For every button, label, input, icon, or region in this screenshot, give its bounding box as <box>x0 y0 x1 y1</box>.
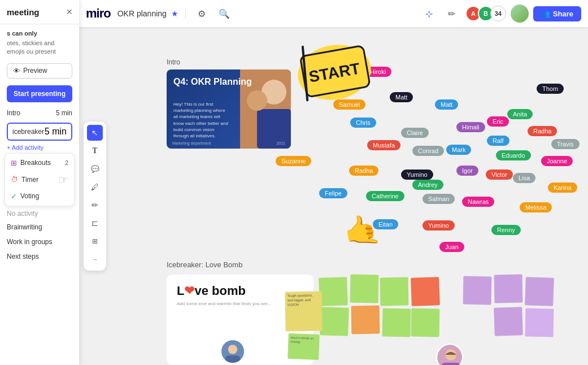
sticky-purple-4 <box>525 308 554 337</box>
search-button[interactable]: 🔍 <box>215 5 233 23</box>
sticky-green-2 <box>350 275 379 303</box>
intro-year: 2021 <box>276 141 285 145</box>
sidebar-restriction-section: s can only otes, stickies and emojis ou … <box>0 24 79 60</box>
preview-button[interactable]: 👁 Preview <box>7 63 72 79</box>
breakouts-count: 2 <box>65 159 68 166</box>
sticky-green-3 <box>380 277 409 306</box>
name-bubble-igor: Igor <box>456 166 478 176</box>
sticky-green-4 <box>320 307 349 336</box>
breakouts-icon: ⊞ <box>11 159 17 167</box>
name-bubble-mark: Mark <box>446 145 471 155</box>
sticky-notes-area: Tough questions, and bigger, and VISION … <box>319 275 556 365</box>
canvas[interactable]: ↖ T 💬 🖊 ✏ ⊏ ⊞ ··· START <box>79 27 588 365</box>
toolbar-divider <box>185 8 186 19</box>
name-bubble-victor: Victor <box>486 170 513 180</box>
name-bubble-eduardo: Eduardo <box>496 150 531 160</box>
more-tools-btn[interactable]: ··· <box>87 251 103 267</box>
add-activity-button[interactable]: + Add activity <box>0 143 79 152</box>
name-bubble-karina: Karina <box>548 182 577 193</box>
name-bubble-melissa: Melissa <box>520 202 552 212</box>
svg-rect-7 <box>257 109 291 149</box>
voting-label: Voting <box>20 192 39 200</box>
pen-tool-btn[interactable]: 🖊 <box>87 179 103 195</box>
start-presenting-button[interactable]: Start presenting <box>7 85 72 102</box>
pen-toolbar-icon[interactable]: ✏ <box>443 5 461 23</box>
intro-time: 5 min <box>56 109 72 117</box>
settings-button[interactable]: ⚙ <box>193 5 211 23</box>
icebreaker-section-label: Icebreaker: Love Bomb <box>167 256 588 271</box>
name-bubble-conrad: Conrad <box>412 146 444 156</box>
preview-label: Preview <box>23 67 47 75</box>
sticky-green-6 <box>411 308 440 337</box>
sticky-purple-3 <box>494 307 523 336</box>
person-right-avatar <box>436 344 463 365</box>
svg-point-8 <box>247 90 267 111</box>
frame-tool-btn[interactable]: ⊞ <box>87 233 103 249</box>
name-bubble-anita: Anita <box>507 109 533 119</box>
name-bubble-thom: Thom <box>537 84 564 94</box>
name-bubble-salman: Salman <box>423 194 455 204</box>
sticky-orange-1 <box>351 306 380 334</box>
toolbar: miro OKR planning ★ ⚙ 🔍 ⊹ ✏ A B 34 👥 <box>79 0 588 27</box>
sticky-green-5 <box>382 308 411 337</box>
avatar-count: 34 <box>490 6 506 21</box>
icebreaker-name: icebreaker <box>12 128 44 136</box>
share-button[interactable]: 👥 Share <box>533 6 581 21</box>
breakouts-item[interactable]: ⊞ Breakouts 2 <box>5 156 74 170</box>
person-right <box>436 344 463 365</box>
comment-tool-btn[interactable]: 💬 <box>87 161 103 177</box>
name-bubble-felipe: Felipe <box>319 188 347 198</box>
love-bomb-subtitle: Add some love and warmth that finds you … <box>177 301 303 307</box>
person-adam: Adam <box>220 339 245 365</box>
name-bubble-himali: Himali <box>456 122 485 132</box>
name-bubble-radha: Radha <box>349 166 378 176</box>
name-bubble-travis: Travis <box>551 139 580 149</box>
cursor-icon[interactable]: ⊹ <box>420 5 438 23</box>
toolbar-right: ⊹ ✏ A B 34 👥 Share <box>420 5 581 23</box>
board-name: OKR planning <box>117 9 167 18</box>
timer-label: Timer <box>21 176 38 184</box>
name-bubble-nawras: Nawras <box>462 197 494 207</box>
breakouts-label: Breakouts <box>20 159 51 167</box>
sidebar-title: meeting <box>7 7 40 17</box>
icebreaker-box: icebreaker 5 min <box>7 123 72 141</box>
sidebar-item-next-steps[interactable]: Next steps <box>0 249 79 264</box>
miro-logo: miro <box>86 6 111 21</box>
svg-point-10 <box>228 345 237 354</box>
name-bubble-matt: Matt <box>435 99 458 110</box>
love-bomb-area: L❤ve bomb Add some love and warmth that … <box>167 275 588 365</box>
sidebar: meeting × s can only otes, stickies and … <box>0 0 79 365</box>
intro-section: Intro Q4: OKR Planning Hey! This is our … <box>167 58 291 149</box>
avatar-group: A B 34 <box>465 6 506 21</box>
name-bubble-lisa: Lisa <box>513 173 535 183</box>
intro-footer: Marketing department <box>172 141 211 145</box>
name-bubble-suzanne: Suzanne <box>276 156 311 166</box>
shape-tool-btn[interactable]: ⊏ <box>87 215 103 231</box>
sidebar-item-brainwriting[interactable]: Brainwriting <box>0 220 79 234</box>
icebreaker-time: 5 min <box>45 127 67 137</box>
restriction-label: s can only <box>7 30 72 37</box>
user-avatar <box>511 5 529 23</box>
star-icon[interactable]: ★ <box>171 9 178 18</box>
no-activity-label: No activity <box>0 207 79 220</box>
name-bubble-mustafa: Mustafa <box>367 140 400 150</box>
voting-item[interactable]: ✓ Voting <box>5 189 74 203</box>
close-button[interactable]: × <box>66 7 72 17</box>
sidebar-item-work-groups[interactable]: Work in groups <box>0 234 79 249</box>
timer-item[interactable]: ⏱ Timer ☞ <box>5 170 74 189</box>
intro-card-subtitle: Hey! This is our first marketing plannin… <box>173 101 230 139</box>
start-sticker: START <box>291 35 378 109</box>
svg-rect-11 <box>225 355 239 364</box>
activities-dropdown: ⊞ Breakouts 2 ⏱ Timer ☞ ✓ Voting <box>5 153 75 206</box>
select-tool-btn[interactable]: ↖ <box>87 125 103 141</box>
name-bubble-matt: Matt <box>390 92 413 102</box>
icebreaker-section: Icebreaker: Love Bomb L❤ve bomb Add some… <box>167 256 588 365</box>
eye-icon: 👁 <box>13 67 20 75</box>
text-tool-btn[interactable]: T <box>87 143 103 159</box>
name-bubble-eric: Eric <box>487 116 509 127</box>
sticky-green-note: Need to decide on strategy <box>288 333 320 360</box>
intro-card: Q4: OKR Planning Hey! This is our first … <box>167 69 291 149</box>
intro-card-title: Q4: OKR Planning <box>173 76 252 88</box>
pencil-tool-btn[interactable]: ✏ <box>87 197 103 213</box>
tools-panel: ↖ T 💬 🖊 ✏ ⊏ ⊞ ··· <box>84 121 106 271</box>
